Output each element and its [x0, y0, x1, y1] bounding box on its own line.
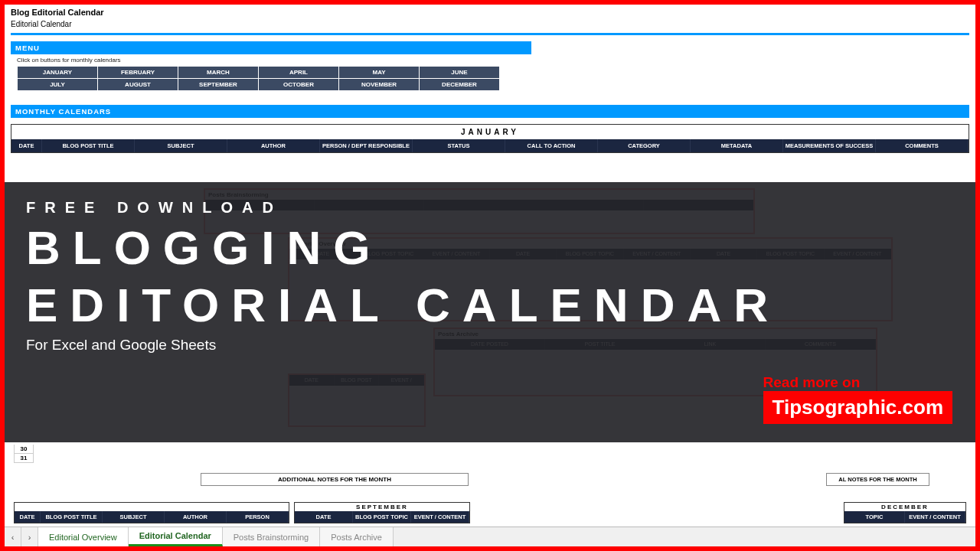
month-button-mar[interactable]: MARCH	[178, 67, 259, 79]
promo-kicker: FREE DOWNLOAD	[26, 199, 954, 217]
tab-next-button[interactable]: ›	[21, 527, 38, 546]
col-cta: CALL TO ACTION	[505, 139, 598, 152]
col-success: MEASUREMENTS OF SUCCESS	[783, 139, 876, 152]
month-block: JANUARY DATE BLOG POST TITLE SUBJECT AUT…	[11, 124, 969, 153]
header-rule	[11, 33, 969, 35]
month-button-aug[interactable]: AUGUST	[98, 79, 178, 91]
tab-prev-button[interactable]: ‹	[5, 527, 21, 546]
month-button-jan[interactable]: JANUARY	[18, 67, 98, 79]
calendars-header: MONTHLY CALENDARS	[11, 105, 969, 118]
lower-seg-3: DECEMBER TOPIC EVENT / CONTENT	[844, 502, 966, 523]
document-area: Blog Editorial Calendar Editorial Calend…	[5, 5, 975, 156]
month-title: JANUARY	[11, 125, 969, 139]
col-comments: COMMENTS	[876, 139, 969, 152]
doc-title: Blog Editorial Calendar	[11, 8, 969, 17]
day-cell[interactable]: 31	[14, 454, 34, 463]
col-date: DATE	[11, 139, 42, 152]
menu-tip: Click on buttons for monthly calendars	[11, 54, 969, 66]
col-subject: SUBJECT	[135, 139, 227, 152]
tab-posts-brainstorming[interactable]: Posts Brainstorming	[223, 527, 320, 546]
month-button-apr[interactable]: APRIL	[259, 67, 339, 79]
tab-editorial-overview[interactable]: Editorial Overview	[38, 527, 129, 546]
sheet-tabs: ‹ › Editorial Overview Editorial Calenda…	[5, 527, 975, 546]
col-category: CATEGORY	[598, 139, 691, 152]
col-status: STATUS	[413, 139, 505, 152]
day-cell[interactable]: 30	[14, 445, 34, 454]
month-button-oct[interactable]: OCTOBER	[259, 79, 339, 91]
promo-cta[interactable]: Read more on Tipsographic.com	[763, 374, 952, 424]
month-button-dec[interactable]: DECEMBER	[420, 79, 500, 91]
month-button-may[interactable]: MAY	[339, 67, 420, 79]
tab-editorial-calendar[interactable]: Editorial Calendar	[129, 527, 223, 546]
cta-brand: Tipsographic.com	[763, 391, 952, 424]
notes-header-right: AL NOTES FOR THE MONTH	[826, 473, 929, 486]
promo-heading-1: BLOGGING	[26, 221, 954, 274]
promo-heading-2: EDITORIAL CALENDAR	[26, 279, 954, 331]
col-title: BLOG POST TITLE	[42, 139, 135, 152]
app-frame: Blog Editorial Calendar Editorial Calend…	[0, 0, 980, 551]
month-button-sep[interactable]: SEPTEMBER	[178, 79, 259, 91]
cta-lead: Read more on	[763, 374, 952, 391]
lower-seg-2: SEPTEMBER DATE BLOG POST TOPIC EVENT / C…	[294, 502, 470, 523]
col-metadata: METADATA	[691, 139, 783, 152]
doc-subtitle: Editorial Calendar	[11, 20, 969, 28]
month-button-jun[interactable]: JUNE	[420, 67, 500, 79]
col-responsible: PERSON / DEPT RESPONSIBLE	[320, 139, 413, 152]
promo-overlay: FREE DOWNLOAD BLOGGING EDITORIAL CALENDA…	[5, 182, 975, 442]
promo-sub: For Excel and Google Sheets	[26, 337, 954, 354]
col-author: AUTHOR	[227, 139, 320, 152]
notes-header: ADDITIONAL NOTES FOR THE MONTH	[201, 473, 469, 486]
month-nav-table: JANUARY FEBRUARY MARCH APRIL MAY JUNE JU…	[17, 66, 500, 91]
lower-header-row: DATE BLOG POST TITLE SUBJECT AUTHOR PERS…	[14, 502, 966, 523]
day-numbers: 30 31	[14, 445, 34, 463]
lower-seg-1: DATE BLOG POST TITLE SUBJECT AUTHOR PERS…	[14, 502, 289, 523]
tab-posts-archive[interactable]: Posts Archive	[320, 527, 394, 546]
month-button-jul[interactable]: JULY	[18, 79, 98, 91]
month-button-feb[interactable]: FEBRUARY	[98, 67, 178, 79]
month-button-nov[interactable]: NOVEMBER	[339, 79, 420, 91]
column-headers: DATE BLOG POST TITLE SUBJECT AUTHOR PERS…	[11, 139, 969, 152]
menu-header: MENU	[11, 41, 531, 54]
